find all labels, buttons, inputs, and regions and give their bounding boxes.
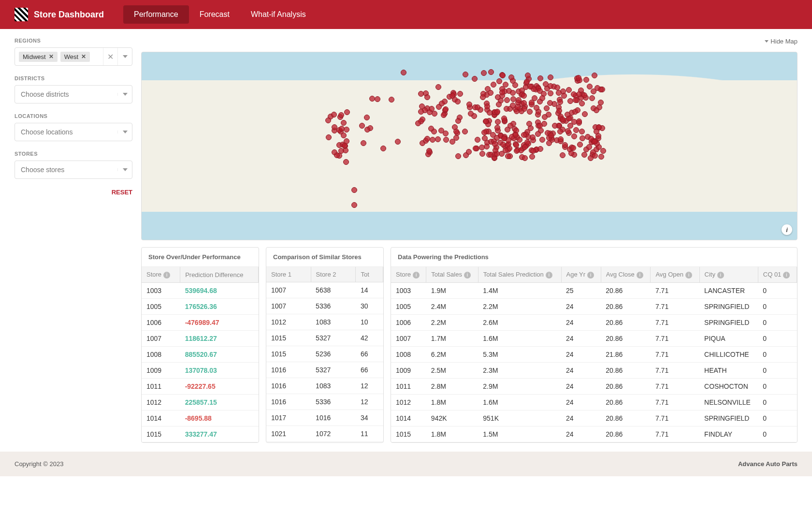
map-marker[interactable] [472, 76, 478, 82]
districts-caret[interactable] [117, 93, 132, 96]
map-marker[interactable] [539, 137, 545, 143]
map-marker[interactable] [571, 133, 577, 139]
map-marker[interactable] [453, 129, 459, 134]
map-marker[interactable] [556, 90, 562, 96]
map-marker[interactable] [429, 106, 435, 112]
map-marker[interactable] [596, 124, 602, 130]
col-store2[interactable]: Store 2 [311, 267, 356, 282]
map-marker[interactable] [455, 99, 461, 104]
map-marker[interactable] [557, 129, 563, 134]
map-marker[interactable] [508, 74, 514, 80]
map-marker[interactable] [364, 115, 370, 120]
map-marker[interactable] [500, 142, 506, 147]
map-marker[interactable] [344, 127, 349, 132]
table-row[interactable]: 10071.7M1.6M2420.867.71PIQUA0 [391, 331, 797, 347]
map-marker[interactable] [424, 136, 430, 142]
close-icon[interactable]: ✕ [49, 53, 54, 60]
map-marker[interactable] [344, 109, 350, 115]
map-info-icon[interactable]: i [782, 224, 792, 235]
info-icon[interactable]: i [464, 272, 471, 279]
map-marker[interactable] [496, 78, 502, 84]
map-marker[interactable] [351, 187, 357, 193]
table-row[interactable]: 1017101634 [266, 410, 383, 426]
map-marker[interactable] [592, 73, 597, 78]
map-marker[interactable] [475, 104, 480, 110]
map-marker[interactable] [343, 147, 348, 153]
map-marker[interactable] [463, 72, 468, 77]
map-marker[interactable] [339, 126, 345, 132]
map-marker[interactable] [487, 110, 493, 116]
map-marker[interactable] [343, 159, 349, 165]
table-row[interactable]: 1009137078.03 [142, 363, 259, 379]
map-marker[interactable] [565, 128, 571, 134]
info-icon[interactable]: i [783, 272, 790, 279]
map-marker[interactable] [424, 94, 430, 100]
map-marker[interactable] [594, 107, 599, 113]
map-marker[interactable] [488, 69, 494, 75]
map-marker[interactable] [530, 148, 536, 154]
map-marker[interactable] [525, 73, 531, 78]
tab-forecast[interactable]: Forecast [189, 5, 240, 24]
map-marker[interactable] [325, 117, 331, 123]
map-marker[interactable] [504, 97, 510, 103]
map-marker[interactable] [544, 105, 550, 111]
table-row[interactable]: 10062.2M2.6M2420.867.71SPRINGFIELD0 [391, 315, 797, 331]
info-icon[interactable]: i [717, 272, 724, 279]
map-marker[interactable] [380, 146, 386, 151]
map-marker[interactable] [517, 137, 522, 143]
table-row[interactable]: 1015523666 [266, 346, 383, 362]
map-marker[interactable] [580, 135, 585, 141]
map[interactable]: i [141, 52, 798, 240]
map-marker[interactable] [522, 106, 527, 112]
districts-select[interactable]: Choose districts [14, 85, 132, 103]
map-marker[interactable] [534, 105, 539, 111]
map-marker[interactable] [548, 74, 553, 80]
map-marker[interactable] [491, 82, 496, 88]
map-marker[interactable] [501, 116, 507, 121]
stores-select[interactable]: Choose stores [14, 161, 132, 179]
table-row[interactable]: 1021107211 [266, 426, 383, 442]
map-marker[interactable] [418, 109, 424, 115]
map-marker[interactable] [495, 119, 501, 125]
map-marker[interactable] [503, 82, 508, 88]
map-marker[interactable] [483, 118, 489, 124]
col-header[interactable]: Avg Openi [651, 267, 699, 283]
table-row[interactable]: 1007533630 [266, 298, 383, 314]
col-header[interactable]: Age Yri [561, 267, 601, 283]
map-marker[interactable] [428, 126, 434, 132]
info-icon[interactable]: i [587, 272, 594, 279]
map-marker[interactable] [510, 90, 516, 96]
map-marker[interactable] [577, 142, 583, 147]
map-marker[interactable] [539, 95, 545, 101]
col-header[interactable]: CQ 01i [758, 267, 797, 283]
table-row[interactable]: 1014-8695.88 [142, 411, 259, 426]
map-marker[interactable] [560, 117, 566, 122]
map-marker[interactable] [586, 144, 592, 150]
map-marker[interactable] [529, 154, 535, 160]
map-marker[interactable] [401, 70, 406, 75]
map-marker[interactable] [341, 132, 347, 138]
table-row[interactable]: 1003539694.68 [142, 283, 259, 299]
table-row[interactable]: 10092.5M2.3M2420.867.71HEATH0 [391, 363, 797, 379]
col-header[interactable]: Cityi [699, 267, 758, 283]
map-marker[interactable] [441, 112, 447, 118]
col-header[interactable]: Avg Closei [601, 267, 651, 283]
regions-select[interactable]: Midwest✕ West✕ ✕ [14, 47, 132, 66]
map-marker[interactable] [581, 152, 587, 158]
table-row[interactable]: 1007118612.27 [142, 331, 259, 347]
map-marker[interactable] [466, 149, 472, 155]
map-marker[interactable] [546, 112, 551, 117]
map-marker[interactable] [389, 97, 394, 103]
map-marker[interactable] [522, 155, 528, 161]
map-marker[interactable] [361, 140, 366, 146]
table-row[interactable]: 1008885520.67 [142, 347, 259, 363]
locations-caret[interactable] [117, 131, 132, 133]
map-marker[interactable] [548, 83, 553, 89]
map-marker[interactable] [369, 96, 375, 102]
col-store1[interactable]: Store 1 [266, 267, 311, 282]
map-marker[interactable] [351, 202, 357, 208]
map-marker[interactable] [326, 134, 332, 140]
close-icon[interactable]: ✕ [81, 53, 86, 60]
map-marker[interactable] [592, 139, 597, 145]
map-marker[interactable] [527, 109, 533, 115]
